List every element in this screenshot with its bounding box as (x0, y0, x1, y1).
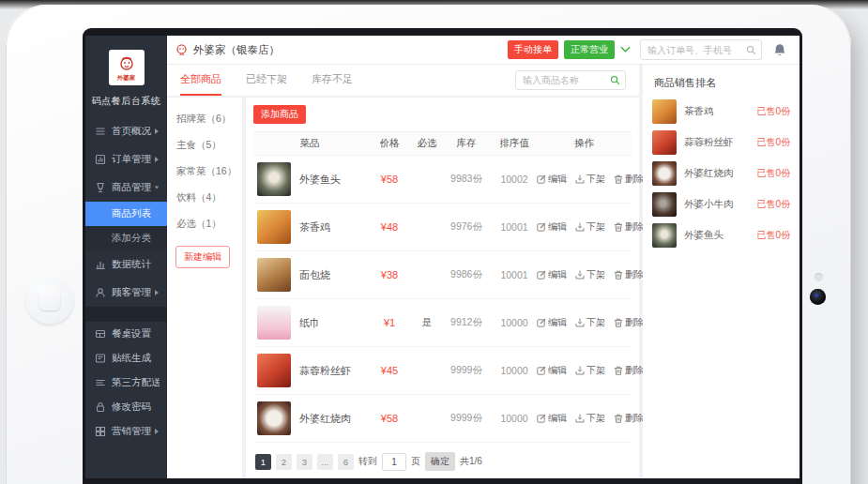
ranking-item[interactable]: 蒜蓉粉丝虾 已售0份 (643, 127, 799, 158)
edit-icon (537, 366, 546, 375)
edit-icon (537, 174, 546, 184)
dish-photo (257, 258, 291, 292)
sidebar-label: 餐桌设置 (112, 327, 160, 340)
page-button-1[interactable]: 1 (255, 454, 271, 470)
home-button[interactable] (24, 275, 75, 325)
tab-low-stock[interactable]: 库存不足 (312, 65, 353, 96)
system-title: 码点餐后台系统 (85, 95, 167, 108)
table-header: 菜品 价格 必选 库存 排序值 操作 (253, 131, 632, 156)
goto-confirm-button[interactable]: 确定 (425, 452, 455, 471)
tab-all-products[interactable]: 全部商品 (180, 65, 221, 96)
ranking-dish-name: 外婆小牛肉 (684, 198, 756, 211)
ranking-dish-name: 蒜蓉粉丝虾 (684, 136, 756, 149)
sidebar-item-orders[interactable]: 订单管理 (85, 145, 167, 174)
category-item-required[interactable]: 必选（1） (167, 210, 242, 236)
dish-price: ¥48 (366, 221, 413, 233)
delivery-icon (95, 377, 106, 388)
add-product-button[interactable]: 添加商品 (253, 105, 306, 124)
off-shelf-button[interactable]: 下架 (575, 173, 605, 186)
products-column: 全部商品 已经下架 库存不足 招牌菜（6） (167, 65, 639, 478)
dish-sort-value: 10000 (492, 317, 537, 328)
delete-button[interactable]: 删除 (614, 364, 644, 377)
dish-name: 外婆红烧肉 (299, 412, 351, 426)
edit-button[interactable]: 编辑 (537, 173, 567, 186)
sidebar-item-statistics[interactable]: 数据统计 (85, 250, 167, 279)
column-header-dish: 菜品 (253, 137, 366, 150)
trash-icon (614, 318, 623, 327)
off-shelf-button[interactable]: 下架 (575, 412, 605, 425)
page-button-2[interactable]: 2 (276, 454, 292, 470)
sticker-icon (95, 353, 106, 364)
sidebar-item-customers[interactable]: 顾客管理 (85, 279, 167, 307)
goto-page-input[interactable] (382, 453, 406, 471)
category-item-homestyle[interactable]: 家常菜（16） (167, 158, 242, 184)
sidebar-item-product-list[interactable]: 商品列表 (85, 202, 167, 226)
dish-stock: 9983份 (441, 173, 492, 186)
grandma-face-icon (117, 55, 136, 74)
page-unit-label: 页 (411, 455, 420, 468)
dish-sort-value: 10002 (492, 174, 537, 185)
dish-photo (257, 401, 291, 435)
off-shelf-button[interactable]: 下架 (575, 268, 605, 281)
trash-icon (614, 174, 623, 184)
delete-button[interactable]: 删除 (614, 412, 644, 425)
dish-price: ¥45 (366, 365, 413, 376)
manual-order-button[interactable]: 手动接单 (508, 40, 558, 59)
off-shelf-button[interactable]: 下架 (575, 220, 605, 234)
delete-button[interactable]: 删除 (614, 316, 644, 329)
order-search-input[interactable] (646, 44, 746, 56)
off-shelf-icon (575, 366, 585, 375)
ranking-item[interactable]: 外婆鱼头 已售0份 (643, 219, 799, 250)
product-search-input[interactable] (521, 74, 610, 86)
sidebar-item-add-category[interactable]: 添加分类 (85, 226, 167, 250)
status-chevron-down-icon[interactable] (620, 46, 631, 53)
page-button-6[interactable]: 6 (338, 454, 354, 470)
goto-label: 转到 (358, 455, 377, 468)
dish-name: 纸巾 (299, 316, 320, 330)
tablet-screen: 外婆家 码点餐后台系统 首页概况 订单管理 商品管理 (83, 28, 802, 484)
search-icon[interactable] (746, 45, 756, 55)
sidebar-item-third-party-delivery[interactable]: 第三方配送 (85, 371, 167, 395)
edit-button[interactable]: 编辑 (537, 364, 567, 377)
sidebar-item-home-overview[interactable]: 首页概况 (85, 117, 167, 145)
delete-button[interactable]: 删除 (614, 220, 644, 234)
edit-button[interactable]: 编辑 (537, 220, 567, 234)
sidebar-label: 添加分类 (112, 232, 151, 245)
sidebar-label: 营销管理 (112, 425, 154, 438)
edit-button[interactable]: 编辑 (537, 268, 567, 281)
tab-off-shelf[interactable]: 已经下架 (246, 65, 287, 96)
sidebar-item-products[interactable]: 商品管理 (85, 174, 167, 202)
product-search-box (515, 70, 626, 90)
category-item-staple[interactable]: 主食（5） (167, 131, 242, 158)
category-panel: 招牌菜（6） 主食（5） 家常菜（16） 饮料（4） 必选（1） 新建编辑 (167, 98, 242, 478)
dish-stock: 9986份 (441, 268, 492, 281)
sidebar-item-marketing[interactable]: 营销管理 (85, 419, 167, 444)
off-shelf-button[interactable]: 下架 (575, 316, 605, 329)
page-button-3[interactable]: 3 (297, 454, 312, 470)
ranking-item[interactable]: 外婆红烧肉 已售0份 (643, 158, 799, 189)
edit-button[interactable]: 编辑 (537, 412, 567, 425)
brand-mini-logo-icon (175, 43, 189, 57)
store-name: 外婆家（银泰店） (193, 43, 280, 57)
off-shelf-button[interactable]: 下架 (575, 364, 605, 377)
category-item-signature[interactable]: 招牌菜（6） (167, 105, 242, 131)
ranking-item[interactable]: 外婆小牛肉 已售0份 (643, 189, 799, 219)
catalog-columns: 招牌菜（6） 主食（5） 家常菜（16） 饮料（4） 必选（1） 新建编辑 添加… (167, 98, 639, 478)
delete-button[interactable]: 删除 (614, 173, 644, 186)
dish-name: 面包烧 (299, 268, 330, 282)
new-category-button[interactable]: 新建编辑 (175, 246, 230, 268)
notification-bell-icon[interactable] (773, 43, 786, 57)
dish-photo (652, 223, 677, 248)
delete-button[interactable]: 删除 (614, 268, 644, 281)
category-item-drinks[interactable]: 饮料（4） (167, 184, 242, 210)
dish-stock: 9999份 (441, 412, 492, 425)
tabstrip-spacer (377, 65, 515, 96)
sidebar-item-sticker-generate[interactable]: 贴纸生成 (85, 346, 167, 371)
ranking-item[interactable]: 茶香鸡 已售0份 (643, 96, 799, 127)
sidebar-item-table-settings[interactable]: 餐桌设置 (85, 322, 167, 346)
ranking-dish-name: 外婆鱼头 (684, 229, 756, 242)
search-icon[interactable] (610, 75, 620, 85)
sidebar-item-change-password[interactable]: 修改密码 (85, 395, 167, 419)
edit-button[interactable]: 编辑 (537, 316, 567, 329)
business-status-button[interactable]: 正常营业 (564, 40, 615, 59)
